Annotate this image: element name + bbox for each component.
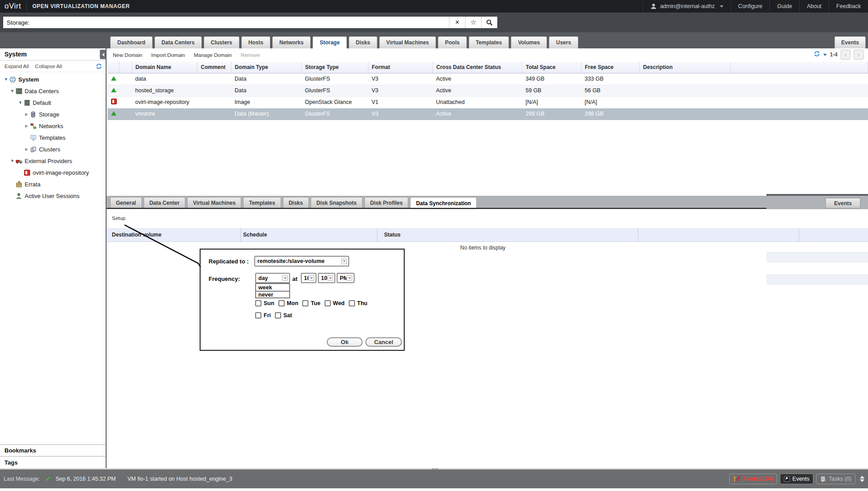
tags-panel-header[interactable]: Tags xyxy=(0,456,106,468)
grid-refresh-icon[interactable] xyxy=(814,51,820,59)
frequency-option-never[interactable]: never xyxy=(256,291,289,297)
tree-collapse-arrow-icon[interactable]: ▼ xyxy=(17,100,24,105)
sync-column-status[interactable]: Status xyxy=(384,232,401,238)
tree-expand-arrow-icon[interactable]: ▶ xyxy=(23,112,30,116)
top-menu-configure[interactable]: Configure xyxy=(731,0,770,13)
tab-templates[interactable]: Templates xyxy=(469,36,509,48)
pager-prev-button[interactable]: ‹ xyxy=(841,50,851,60)
subtab-general[interactable]: General xyxy=(110,197,142,208)
events-footer-button[interactable]: Events xyxy=(780,474,813,484)
subtab-data-synchronization[interactable]: Data Synchronization xyxy=(410,197,477,209)
tab-dashboard[interactable]: Dashboard xyxy=(110,36,153,48)
frequency-option-week[interactable]: week xyxy=(256,284,289,291)
hour-select[interactable]: 10 xyxy=(301,273,316,283)
last-message-text[interactable]: VM fio-1 started on Host hosted_engine_3 xyxy=(128,476,232,482)
collapse-panel-button[interactable] xyxy=(100,50,106,59)
top-menu-feedback[interactable]: Feedback xyxy=(829,0,868,13)
refresh-options-caret[interactable] xyxy=(823,54,827,56)
column-header-domain-name[interactable]: Domain Name xyxy=(132,62,197,73)
subtab-disk-profiles[interactable]: Disk Profiles xyxy=(364,197,409,208)
minute-select[interactable]: 10 xyxy=(318,273,335,283)
tree-expand-arrow-icon[interactable]: ▶ xyxy=(23,124,30,128)
weekday-tue[interactable]: Tue xyxy=(302,300,320,306)
weekday-sat[interactable]: Sat xyxy=(275,312,292,319)
action-new-domain[interactable]: New Domain xyxy=(113,52,142,58)
checkbox-sun[interactable] xyxy=(255,300,261,306)
checkbox-sat[interactable] xyxy=(275,312,281,319)
tab-disks[interactable]: Disks xyxy=(349,36,377,48)
subtab-disks[interactable]: Disks xyxy=(283,197,309,208)
table-row[interactable]: ovirt-image-repositoryImageOpenStack Gla… xyxy=(107,96,868,108)
sidebar-item-default[interactable]: ▼Default xyxy=(0,97,106,108)
sidebar-item-active-user-sessions[interactable]: Active User Sessions xyxy=(0,190,106,202)
sidebar-item-system[interactable]: ▼System xyxy=(0,73,106,85)
sync-column-schedule[interactable]: Schedule xyxy=(243,232,267,238)
setup-menu-button[interactable]: Setup xyxy=(112,215,125,221)
sidebar-item-data-centers[interactable]: ▼Data Centers xyxy=(0,85,106,97)
tree-refresh-icon[interactable] xyxy=(96,63,102,71)
sidebar-item-external-providers[interactable]: ▼External Providers xyxy=(0,155,106,167)
column-header-total-space[interactable]: Total Space xyxy=(522,62,581,73)
tab-storage[interactable]: Storage xyxy=(312,36,347,48)
search-icon[interactable] xyxy=(481,17,497,28)
tab-events-top[interactable]: Events xyxy=(834,36,866,48)
weekday-thu[interactable]: Thu xyxy=(349,300,368,306)
sidebar-item-templates[interactable]: Templates xyxy=(0,132,106,143)
top-menu-about[interactable]: About xyxy=(799,0,829,13)
subtab-data-center[interactable]: Data Center xyxy=(144,197,185,208)
cancel-button[interactable]: Cancel xyxy=(365,337,402,347)
clear-search-icon[interactable]: × xyxy=(449,17,465,28)
sidebar-item-errata[interactable]: Errata xyxy=(0,178,106,190)
tree-expand-arrow-icon[interactable]: ▶ xyxy=(23,147,30,151)
tree-collapse-arrow-icon[interactable]: ▼ xyxy=(9,159,16,163)
sidebar-item-ovirt-image-repository[interactable]: ovirt-image-repository xyxy=(0,167,106,178)
subtab-disk-snapshots[interactable]: Disk Snapshots xyxy=(311,197,363,208)
search-input[interactable] xyxy=(3,17,449,28)
tab-clusters[interactable]: Clusters xyxy=(204,36,239,48)
tab-hosts[interactable]: Hosts xyxy=(241,36,270,48)
checkbox-wed[interactable] xyxy=(325,300,331,306)
column-header-cross-data-center-status[interactable]: Cross Data Center Status xyxy=(432,62,522,73)
ok-button[interactable]: Ok xyxy=(327,337,363,347)
frequency-select[interactable]: day xyxy=(255,273,290,283)
tree-collapse-arrow-icon[interactable]: ▼ xyxy=(3,77,9,82)
checkbox-mon[interactable] xyxy=(278,300,285,306)
tab-virtual-machines[interactable]: Virtual Machines xyxy=(379,36,436,48)
checkbox-tue[interactable] xyxy=(302,300,308,306)
column-header-comment[interactable]: Comment xyxy=(197,62,231,73)
replicated-to-select[interactable]: remotesite:/slave-volume xyxy=(254,256,349,267)
tasks-button[interactable]: Tasks (0) xyxy=(816,474,855,484)
bookmark-search-icon[interactable]: ☆ xyxy=(465,17,481,28)
column-header-description[interactable]: Description xyxy=(639,62,730,73)
bookmarks-panel-header[interactable]: Bookmarks xyxy=(0,444,106,456)
weekday-wed[interactable]: Wed xyxy=(325,300,345,306)
sync-column-destination-volume[interactable]: Destination volume xyxy=(112,232,162,238)
sidebar-item-clusters[interactable]: ▶Clusters xyxy=(0,143,106,155)
sidebar-item-networks[interactable]: ▶Networks xyxy=(0,120,106,132)
tab-volumes[interactable]: Volumes xyxy=(511,36,547,48)
collapse-all-link[interactable]: Collapse All xyxy=(35,64,62,69)
subtab-events-button[interactable]: Events xyxy=(825,198,860,208)
alerts-button[interactable]: Alerts (100) xyxy=(729,474,777,484)
expand-all-link[interactable]: Expand All xyxy=(4,64,29,69)
tab-data-centers[interactable]: Data Centers xyxy=(154,36,202,48)
weekday-sun[interactable]: Sun xyxy=(255,300,274,306)
checkbox-thu[interactable] xyxy=(349,300,355,306)
weekday-fri[interactable]: Fri xyxy=(255,312,271,319)
tab-users[interactable]: Users xyxy=(549,36,578,48)
tab-pools[interactable]: Pools xyxy=(438,36,467,48)
tab-networks[interactable]: Networks xyxy=(272,36,311,48)
checkbox-fri[interactable] xyxy=(255,312,261,319)
table-row[interactable]: vmstoreData (Master)GlusterFSV3Active299… xyxy=(107,108,868,120)
subtab-virtual-machines[interactable]: Virtual Machines xyxy=(187,197,241,208)
table-row[interactable]: dataDataGlusterFSV3Active349 GB333 GB xyxy=(107,73,868,85)
weekday-mon[interactable]: Mon xyxy=(278,300,299,306)
column-header-format[interactable]: Format xyxy=(368,62,432,73)
ampm-select[interactable]: PM xyxy=(337,273,355,283)
pager-next-button[interactable]: › xyxy=(854,50,864,60)
top-menu-guide[interactable]: Guide xyxy=(770,0,799,13)
column-header-domain-type[interactable]: Domain Type xyxy=(231,62,301,73)
sidebar-item-storage[interactable]: ▶Storage xyxy=(0,108,106,120)
action-manage-domain[interactable]: Manage Domain xyxy=(194,52,231,58)
user-menu[interactable]: admin@internal-authz xyxy=(643,0,730,13)
